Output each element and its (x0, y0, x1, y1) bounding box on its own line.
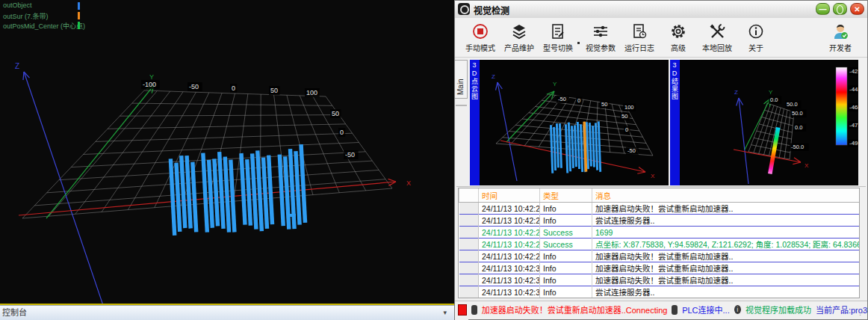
svg-text:-49.5: -49.5 (849, 140, 858, 147)
svg-text:Y: Y (149, 73, 154, 81)
svg-text:-100: -100 (143, 81, 156, 88)
table-row[interactable]: 24/11/13 10:42:31 Info 加速器启动失败！尝试重新启动加速器… (459, 262, 860, 274)
result-3d-scene[interactable]: ZYX0.050.050.00.0-50.0-42.5-44.3-46.0-47… (680, 60, 858, 185)
svg-text:50: 50 (621, 113, 627, 120)
svg-text:-42.5: -42.5 (849, 68, 858, 75)
vision-inspection-window: 视觉检测 — ✕ 手动模式 产品维护 (454, 0, 868, 320)
stop-record-icon (471, 22, 489, 40)
point-cloud-viewer-pane: ZYX-100-50050100500-50 outObject outSur … (0, 0, 455, 320)
svg-text:Z: Z (15, 62, 19, 70)
svg-text:Z: Z (492, 73, 495, 80)
svg-text:0.0: 0.0 (795, 124, 802, 131)
col-message[interactable]: 消息 (592, 188, 860, 203)
toolbar-separator-dot (577, 42, 580, 44)
minimize-button[interactable]: — (816, 3, 830, 15)
svg-text:Y: Y (769, 89, 773, 96)
tab-main[interactable]: Main (455, 60, 468, 99)
svg-text:0: 0 (340, 129, 344, 136)
legend-marker-green-icon (78, 22, 80, 29)
sliders-icon (592, 22, 610, 40)
svg-text:0: 0 (577, 97, 580, 104)
svg-text:-50: -50 (189, 83, 199, 90)
col-type[interactable]: 类型 (540, 188, 592, 203)
svg-text:X: X (651, 173, 655, 179)
svg-text:0: 0 (232, 84, 235, 92)
plc-device-icon (672, 305, 678, 315)
svg-text:50: 50 (601, 101, 607, 108)
toolbar-vision-params[interactable]: 视觉参数 (581, 19, 620, 55)
toolbar-advanced[interactable]: 高级 (659, 19, 698, 55)
point-cloud-3d-scene[interactable]: ZYX-100-50050100500-50 (0, 0, 454, 304)
svg-text:-50: -50 (558, 96, 566, 102)
toolbar-about[interactable]: 关于 (737, 19, 775, 55)
legend-label: outPosMid_Center (中心点) (3, 22, 85, 30)
resize-grip[interactable]: ⋰ (859, 309, 866, 316)
log-table-container[interactable]: 时间 类型 消息 24/11/13 10:42:23 Info 加速器启动失败！… (458, 188, 860, 298)
toolbar-developer-account[interactable]: 开发者 (821, 19, 860, 55)
svg-text:-50: -50 (345, 151, 355, 159)
accelerator-status: 加速器启动失败！尝试重新启动加速器..Connecting (482, 304, 668, 316)
table-header-row: 时间 类型 消息 (459, 188, 860, 203)
chevron-down-icon[interactable]: ▾ (443, 306, 447, 320)
toolbar-manual-mode[interactable]: 手动模式 (461, 19, 500, 55)
col-time[interactable]: 时间 (479, 188, 540, 203)
legend-label: outObject (3, 1, 32, 9)
tab-strip-divider (456, 105, 467, 106)
titlebar[interactable]: 视觉检测 — ✕ (455, 1, 867, 19)
table-row[interactable]: 24/11/13 10:42:26 Success 点坐标: X:87.7583… (459, 239, 860, 250)
alarm-indicator (458, 304, 467, 316)
svg-text:-50.0: -50.0 (791, 144, 804, 150)
accelerator-device-icon (471, 305, 477, 315)
toolbar-run-log[interactable]: 运行日志 (620, 19, 659, 55)
view1-title-bar[interactable]: 3D点云图 (470, 60, 480, 185)
view2-title-bar[interactable]: 3D结果图 (670, 60, 680, 185)
svg-text:100: 100 (306, 89, 317, 96)
view-3d-point-cloud: 3D点云图 ZYX-50050100500-50 (470, 60, 669, 185)
log-clock-icon (630, 22, 648, 40)
svg-text:-50: -50 (627, 147, 636, 154)
info-icon (747, 22, 765, 40)
svg-text:Y: Y (553, 81, 557, 87)
console-label: 控制台 (2, 308, 27, 317)
toolbar-local-playback[interactable]: 本地回放 (698, 19, 737, 55)
console-panel-header[interactable]: 控制台 ▾ (0, 305, 454, 320)
toolbar-product-maintenance[interactable]: 产品维护 (500, 19, 539, 55)
legend-item: outPosMid_Center (中心点) (3, 21, 93, 31)
table-row[interactable]: 24/11/13 10:42:27 Info 加速器启动失败！尝试重新启动加速器… (459, 250, 860, 262)
vision-status: 视觉程序加载成功 (745, 304, 811, 316)
vision-info-icon: i (734, 305, 741, 314)
gear-icon (669, 22, 687, 40)
content-divider (456, 186, 866, 187)
svg-text:-47.8: -47.8 (849, 122, 858, 129)
user-avatar-icon (831, 22, 850, 40)
point-cloud-result-scene[interactable]: ZYX-50050100500-50 (480, 60, 669, 185)
plc-status: PLC连接中... (682, 304, 730, 316)
toolbar: 手动模式 产品维护 型号切换 (455, 18, 867, 58)
svg-text:50: 50 (270, 87, 278, 94)
legend-marker-orange-icon (78, 12, 80, 19)
table-row[interactable]: 24/11/13 10:42:23 Info 加速器启动失败！尝试重新启动加速器… (459, 203, 860, 215)
app-icon (458, 3, 470, 15)
table-row[interactable]: 24/11/13 10:42:26 Success 1699 (459, 227, 860, 239)
svg-text:X: X (805, 162, 809, 169)
svg-text:-46.0: -46.0 (849, 104, 858, 111)
toolbar-model-switch[interactable]: 型号切换 (539, 19, 577, 55)
layers-icon (510, 22, 528, 40)
window-title: 视觉检测 (474, 4, 509, 16)
status-bar: 加速器启动失败！尝试重新启动加速器..Connecting PLC连接中... … (455, 301, 867, 318)
svg-text:-44.3: -44.3 (849, 86, 858, 93)
log-table: 时间 类型 消息 24/11/13 10:42:23 Info 加速器启动失败！… (459, 188, 859, 298)
svg-text:50.0: 50.0 (787, 101, 798, 108)
legend-item: outObject (3, 1, 93, 11)
svg-text:50: 50 (332, 110, 339, 117)
table-row[interactable]: 24/11/13 10:42:23 Info 尝试连接服务器.. (459, 215, 860, 227)
restore-icon (837, 5, 843, 14)
legend-item: outSur (7.条带) (3, 11, 93, 21)
close-button[interactable]: ✕ (850, 3, 864, 15)
tools-icon (708, 22, 726, 40)
table-row[interactable]: 24/11/13 10:42:35 Info 加速器启动失败！尝试重新启动加速器… (459, 274, 860, 286)
table-row[interactable]: 24/11/13 10:42:36 Info 尝试连接服务器.. (459, 286, 860, 298)
legend-marker-blue-icon (78, 2, 80, 10)
svg-text:0: 0 (625, 126, 628, 133)
maximize-button[interactable] (833, 3, 847, 15)
